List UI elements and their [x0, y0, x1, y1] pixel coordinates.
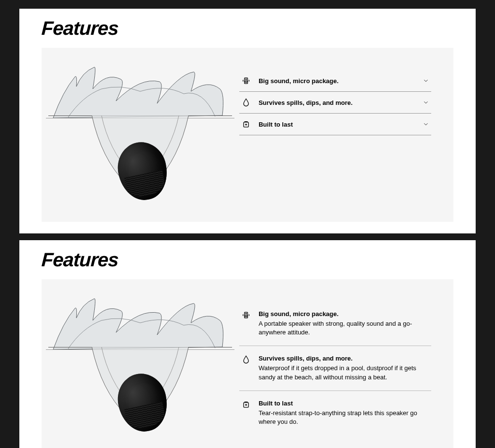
feature-item-durable: Built to last Tear-resistant strap-to-an… — [239, 390, 431, 435]
svg-point-4 — [246, 124, 247, 125]
feature-image-area — [42, 279, 239, 448]
water-drop-icon — [241, 98, 251, 107]
durable-icon — [241, 400, 251, 409]
section-title: Features — [41, 17, 454, 39]
svg-point-6 — [245, 315, 247, 317]
feature-image-area — [42, 48, 239, 222]
product-splash-image — [48, 62, 232, 207]
section-title: Features — [41, 249, 454, 271]
accordion-title: Big sound, micro package. — [259, 77, 415, 85]
svg-point-7 — [246, 313, 247, 314]
durable-icon — [241, 119, 251, 129]
speaker-icon — [241, 310, 251, 320]
feature-item-waterproof: Survives spills, dips, and more. Waterpr… — [239, 346, 431, 390]
features-list-expanded: Big sound, micro package. A portable spe… — [239, 279, 453, 448]
feature-title: Big sound, micro package. — [259, 310, 429, 318]
splash-crown-svg — [48, 62, 232, 120]
svg-rect-8 — [244, 403, 248, 407]
features-panel: Big sound, micro package. A portable spe… — [42, 279, 453, 448]
features-card-collapsed: Features — [19, 9, 476, 233]
speaker-icon — [241, 76, 251, 86]
svg-point-1 — [245, 81, 247, 83]
feature-description: Waterproof if it gets dropped in a pool,… — [259, 364, 429, 381]
feature-description: A portable speaker with strong, quality … — [259, 319, 429, 337]
chevron-down-icon — [422, 99, 429, 106]
chevron-down-icon — [422, 77, 429, 84]
water-drop-icon — [241, 355, 251, 364]
svg-point-9 — [246, 405, 247, 405]
accordion-title: Survives spills, dips, and more. — [259, 99, 415, 106]
accordion-title: Built to last — [259, 121, 415, 128]
accordion-item-sound[interactable]: Big sound, micro package. — [239, 70, 431, 92]
chevron-down-icon — [422, 121, 429, 128]
product-splash-image — [48, 294, 232, 439]
features-card-expanded: Features — [19, 240, 476, 448]
accordion-item-durable[interactable]: Built to last — [239, 114, 431, 135]
feature-title: Built to last — [259, 400, 429, 407]
feature-description: Tear-resistant strap-to-anything strap l… — [259, 409, 429, 426]
feature-item-sound: Big sound, micro package. A portable spe… — [239, 302, 431, 346]
svg-point-2 — [246, 79, 247, 80]
svg-rect-3 — [244, 122, 248, 127]
features-panel: Big sound, micro package. Survives spill… — [42, 48, 453, 222]
splash-crown-svg — [48, 294, 232, 352]
features-accordion: Big sound, micro package. Survives spill… — [239, 48, 453, 150]
accordion-item-waterproof[interactable]: Survives spills, dips, and more. — [239, 92, 431, 114]
feature-title: Survives spills, dips, and more. — [259, 355, 429, 362]
